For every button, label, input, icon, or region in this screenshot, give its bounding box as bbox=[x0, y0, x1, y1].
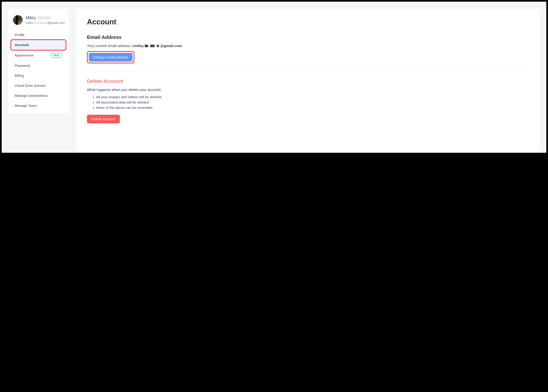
redacted-text bbox=[34, 22, 46, 24]
section-divider bbox=[87, 71, 529, 72]
sidebar-item-label: Account bbox=[15, 43, 29, 47]
section-heading: Email Address bbox=[87, 34, 529, 40]
current-email-text: Your current email address is miley @gma… bbox=[87, 44, 529, 48]
sidebar-item-password[interactable]: Password bbox=[11, 61, 66, 71]
email-suffix: @gmail.com bbox=[160, 44, 182, 48]
user-name: Miley bbox=[26, 15, 65, 20]
redacted-text bbox=[150, 45, 155, 47]
email-address-section: Email Address Your current email address… bbox=[87, 34, 529, 63]
settings-sidebar: Miley miley @gmail.com Profile Account A… bbox=[7, 8, 69, 114]
user-email-prefix: miley bbox=[26, 21, 33, 25]
list-item: None of the above can be reversible. bbox=[96, 106, 529, 110]
avatar bbox=[13, 15, 23, 25]
current-email-value: miley @gmail.com bbox=[134, 44, 182, 48]
sidebar-item-label: Password bbox=[15, 64, 30, 68]
sidebar-item-cloud-drive[interactable]: Cloud Drive Service bbox=[11, 81, 66, 91]
user-text: Miley miley @gmail.com bbox=[26, 15, 65, 25]
sidebar-item-label: Profile bbox=[15, 33, 25, 37]
settings-nav: Profile Account Appearance New Password … bbox=[11, 30, 66, 111]
user-info: Miley miley @gmail.com bbox=[11, 15, 66, 30]
new-badge: New bbox=[51, 53, 62, 58]
highlight-box: Change email address bbox=[87, 51, 134, 63]
sidebar-item-account[interactable]: Account bbox=[11, 40, 66, 50]
delete-consequences-list: All your images and videos will be delet… bbox=[87, 95, 529, 110]
redacted-text bbox=[145, 45, 148, 47]
section-heading: Delete Account bbox=[87, 78, 529, 84]
list-item: All your images and videos will be delet… bbox=[96, 95, 529, 99]
user-email-suffix: @gmail.com bbox=[47, 21, 65, 25]
sidebar-item-billing[interactable]: Billing bbox=[11, 71, 66, 81]
sidebar-item-appearance[interactable]: Appearance New bbox=[11, 50, 66, 61]
app-frame: Miley miley @gmail.com Profile Account A… bbox=[2, 2, 546, 153]
sidebar-item-profile[interactable]: Profile bbox=[11, 30, 66, 40]
sidebar-item-label: Cloud Drive Service bbox=[15, 84, 46, 88]
redacted-text bbox=[157, 45, 159, 47]
sidebar-item-label: Appearance bbox=[15, 53, 34, 57]
change-email-button[interactable]: Change email address bbox=[89, 53, 132, 62]
delete-account-section: Delete Account What happens when you del… bbox=[87, 78, 529, 123]
page-title: Account bbox=[87, 18, 529, 26]
sidebar-item-label: Manage Destinations bbox=[15, 94, 48, 98]
delete-account-button[interactable]: Delete Account bbox=[87, 115, 120, 123]
sidebar-item-manage-team[interactable]: Manage Team bbox=[11, 101, 66, 111]
sidebar-item-label: Manage Team bbox=[15, 104, 37, 108]
email-body-prefix: Your current email address is bbox=[87, 44, 134, 48]
redacted-text bbox=[37, 16, 51, 19]
email-prefix: miley bbox=[134, 44, 144, 48]
sidebar-item-manage-destinations[interactable]: Manage Destinations bbox=[11, 91, 66, 101]
sidebar-item-label: Billing bbox=[15, 74, 24, 78]
delete-intro-text: What happens when you delete your accoun… bbox=[87, 88, 529, 92]
main-panel: Account Email Address Your current email… bbox=[76, 8, 541, 153]
user-name-visible: Miley bbox=[26, 15, 36, 20]
list-item: All associated data will be deleted. bbox=[96, 100, 529, 104]
user-email: miley @gmail.com bbox=[26, 21, 65, 25]
